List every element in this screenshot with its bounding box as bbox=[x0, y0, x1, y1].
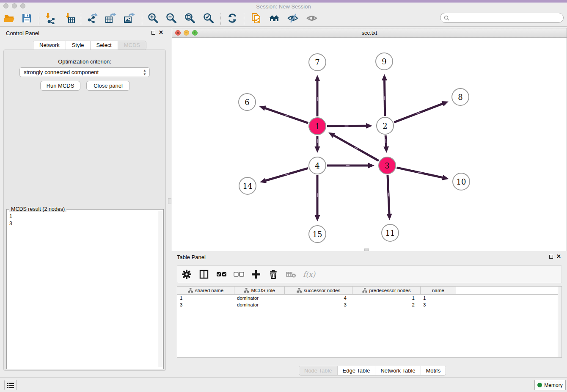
table-cell: 1 bbox=[352, 295, 421, 301]
minimize-network-button[interactable]: − bbox=[184, 30, 189, 36]
graph-node-1[interactable]: 1 bbox=[308, 117, 326, 135]
tab-motifs[interactable]: Motifs bbox=[421, 366, 446, 375]
canvas-hscroll-thumb[interactable] bbox=[364, 248, 369, 251]
memory-button[interactable]: Memory bbox=[534, 380, 566, 390]
columns-icon[interactable] bbox=[199, 269, 209, 279]
maximize-network-button[interactable]: + bbox=[192, 30, 198, 36]
table-cell: 1 bbox=[421, 295, 456, 301]
column-header[interactable]: successor nodes bbox=[285, 287, 352, 294]
graph-node-14[interactable]: 14 bbox=[239, 177, 256, 195]
close-panel-button[interactable]: Close panel bbox=[86, 81, 130, 91]
network-window: ✕ − + scc.txt 7968124314101511 bbox=[172, 28, 567, 251]
criterion-dropdown[interactable]: strongly connected component ▲▼ bbox=[19, 67, 150, 77]
memory-label: Memory bbox=[544, 382, 562, 388]
table-panel-title: Table Panel bbox=[177, 254, 206, 260]
open-file-icon[interactable] bbox=[3, 12, 15, 24]
export-table-icon[interactable] bbox=[105, 12, 116, 24]
column-header[interactable]: shared name bbox=[177, 287, 234, 294]
close-table-panel-icon[interactable]: ✕ bbox=[556, 254, 561, 259]
control-panel-buttons: ✕ bbox=[151, 30, 163, 35]
main-toolbar bbox=[0, 11, 567, 27]
search-icon bbox=[444, 15, 449, 21]
mcds-result-box: MCDS result (2 nodes) 1 3 bbox=[6, 209, 164, 369]
graph-node-10[interactable]: 10 bbox=[452, 173, 470, 190]
table-row[interactable]: 1dominator411 bbox=[177, 295, 561, 301]
delete-icon[interactable] bbox=[268, 269, 278, 279]
float-table-panel-icon[interactable] bbox=[549, 255, 553, 259]
table-row[interactable]: 3dominator323 bbox=[177, 301, 561, 308]
network-window-titlebar[interactable]: ✕ − + scc.txt bbox=[172, 28, 567, 38]
zoom-selected-icon[interactable] bbox=[203, 12, 215, 24]
column-header[interactable]: predecessor nodes bbox=[352, 287, 421, 294]
refresh-icon[interactable] bbox=[226, 12, 238, 24]
tab-network[interactable]: Network bbox=[33, 41, 66, 50]
export-image-icon[interactable] bbox=[123, 12, 135, 24]
graph-node-4[interactable]: 4 bbox=[308, 157, 326, 174]
function-icon: f(x) bbox=[303, 270, 315, 279]
close-panel-icon[interactable]: ✕ bbox=[159, 30, 163, 35]
mcds-scrollbar[interactable] bbox=[158, 211, 162, 367]
export-network-icon[interactable] bbox=[86, 12, 98, 24]
minimize-window-button[interactable] bbox=[12, 3, 17, 8]
graph-node-15[interactable]: 15 bbox=[308, 225, 326, 243]
mcds-result-line: 3 bbox=[9, 220, 12, 227]
task-history-button[interactable] bbox=[4, 380, 17, 390]
toolbar-separator bbox=[220, 13, 221, 25]
close-network-button[interactable]: ✕ bbox=[175, 30, 181, 36]
import-table-icon[interactable] bbox=[64, 12, 76, 24]
hide-panel-icon[interactable] bbox=[287, 12, 299, 24]
control-panel-title: Control Panel bbox=[6, 30, 39, 36]
copy-network-icon[interactable] bbox=[250, 12, 262, 24]
tab-network-table[interactable]: Network Table bbox=[375, 366, 421, 375]
zoom-out-icon[interactable] bbox=[165, 12, 177, 24]
node-table-body: 1dominator4113dominator323 bbox=[177, 295, 561, 308]
table-panel-tabs: Node Table Edge Table Network Table Moti… bbox=[299, 366, 446, 375]
tab-edge-table[interactable]: Edge Table bbox=[338, 366, 376, 375]
tab-mcds[interactable]: MCDS bbox=[118, 41, 146, 50]
zoom-in-icon[interactable] bbox=[147, 12, 159, 24]
window-title: Session: New Session bbox=[0, 3, 567, 11]
graph-canvas[interactable]: 7968124314101511 bbox=[172, 38, 567, 251]
graph-node-2[interactable]: 2 bbox=[376, 117, 394, 135]
home-network-icon[interactable] bbox=[268, 12, 280, 24]
deselect-all-icon[interactable] bbox=[234, 269, 244, 279]
float-panel-icon[interactable] bbox=[151, 31, 155, 35]
toolbar-separator bbox=[244, 13, 244, 25]
column-header[interactable]: MCDS role bbox=[234, 287, 285, 294]
table-toolbar: f(x) bbox=[177, 265, 562, 283]
show-panel-icon[interactable] bbox=[306, 12, 318, 24]
graph-node-7[interactable]: 7 bbox=[308, 53, 326, 71]
save-session-icon[interactable] bbox=[21, 12, 33, 24]
maximize-window-button[interactable] bbox=[20, 3, 25, 8]
gear-icon[interactable] bbox=[182, 269, 192, 279]
run-mcds-button[interactable]: Run MCDS bbox=[40, 81, 80, 91]
select-all-icon[interactable] bbox=[216, 269, 226, 279]
mcds-result-title: MCDS result (2 nodes) bbox=[9, 206, 66, 212]
graph-edges bbox=[172, 38, 567, 251]
zoom-fit-icon[interactable] bbox=[184, 12, 196, 24]
tab-style[interactable]: Style bbox=[66, 41, 91, 50]
graph-node-6[interactable]: 6 bbox=[238, 93, 256, 111]
network-window-title: scc.txt bbox=[172, 28, 567, 37]
graph-node-3[interactable]: 3 bbox=[378, 157, 396, 174]
optimization-criterion-label: Optimization criterion: bbox=[4, 58, 165, 65]
import-network-icon[interactable] bbox=[44, 12, 56, 24]
close-window-button[interactable] bbox=[3, 3, 8, 8]
graph-node-11[interactable]: 11 bbox=[381, 224, 399, 242]
column-header[interactable]: name bbox=[421, 287, 456, 294]
table-cell: 4 bbox=[285, 295, 352, 301]
main-titlebar: Session: New Session bbox=[0, 3, 567, 11]
table-panel-buttons: ✕ bbox=[549, 254, 561, 259]
graph-node-9[interactable]: 9 bbox=[375, 52, 393, 70]
tab-select[interactable]: Select bbox=[91, 41, 118, 50]
table-scrollbar[interactable] bbox=[558, 287, 561, 357]
graph-node-8[interactable]: 8 bbox=[451, 88, 469, 106]
tab-node-table[interactable]: Node Table bbox=[299, 366, 338, 375]
splitter-grip[interactable] bbox=[168, 198, 171, 204]
toolbar-separator bbox=[142, 13, 142, 25]
add-icon[interactable] bbox=[251, 269, 261, 279]
search-field[interactable] bbox=[440, 13, 564, 23]
table-cell: 3 bbox=[177, 302, 234, 307]
search-input[interactable] bbox=[449, 14, 563, 22]
table-cell: 1 bbox=[177, 295, 234, 301]
